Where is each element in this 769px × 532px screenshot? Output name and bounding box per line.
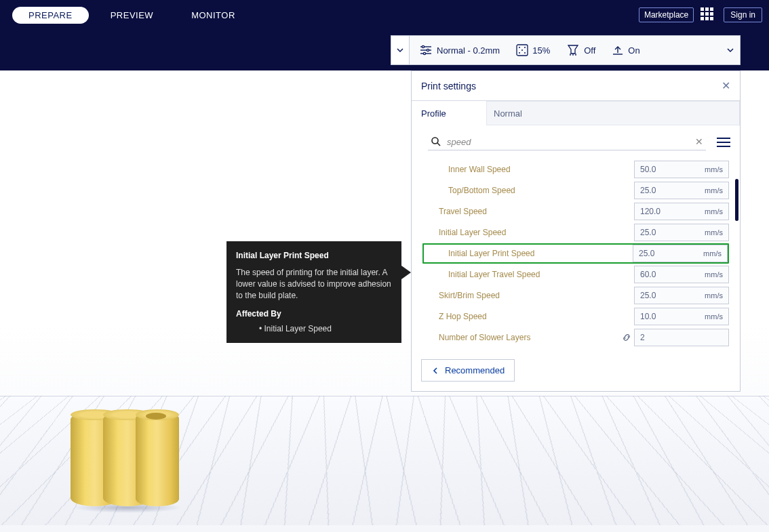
tooltip-title: Initial Layer Print Speed [236,251,392,260]
search-input[interactable] [441,137,695,147]
support-icon [566,44,580,56]
support-label: Off [584,45,595,56]
setting-value-input[interactable]: 10.0mm/s [634,308,729,325]
top-bar: PREPARE PREVIEW MONITOR Marketplace Sign… [0,0,769,30]
setting-row[interactable]: Top/Bottom Speed25.0mm/s [422,180,729,201]
setting-row[interactable]: Travel Speed120.0mm/s [422,201,729,222]
setting-unit: mm/s [705,228,723,237]
search-icon [431,136,441,147]
sliders-icon [419,45,433,56]
setting-label: Initial Layer Travel Speed [422,270,634,279]
recommended-button[interactable]: Recommended [421,359,515,382]
svg-point-10 [519,52,520,54]
clear-search-button[interactable]: ✕ [695,136,703,147]
setting-value: 60.0 [640,270,705,279]
chevron-down-icon [726,46,734,54]
setting-unit: mm/s [703,249,722,258]
setting-value: 25.0 [640,291,705,300]
strip-collapse-button[interactable] [391,35,409,65]
support-selector[interactable]: Off [566,44,595,56]
setting-row[interactable]: Z Hop Speed10.0mm/s [422,306,729,327]
marketplace-button[interactable]: Marketplace [639,7,694,22]
scrollbar-thumb[interactable] [735,179,738,221]
setting-value-input[interactable]: 60.0mm/s [634,266,729,283]
panel-close-button[interactable]: ✕ [722,79,730,92]
setting-value-input[interactable]: 25.0mm/s [634,224,729,241]
setting-row[interactable]: Number of Slower Layers2 [422,327,729,348]
search-row: ✕ [412,125,740,155]
setting-value: 25.0 [640,186,705,195]
setting-label: Z Hop Speed [422,312,634,321]
profile-dropdown[interactable]: Normal [486,101,740,125]
profile-field-label: Profile [412,108,486,119]
tab-prepare[interactable]: PREPARE [12,7,89,24]
setting-value: 25.0 [639,249,703,258]
setting-unit: mm/s [705,207,723,216]
settings-menu-button[interactable] [717,135,730,150]
build-plate [0,396,769,525]
setting-row[interactable]: Initial Layer Speed25.0mm/s [422,222,729,243]
tooltip-bullet: • Initial Layer Speed [236,324,392,333]
tooltip-arrow [401,266,411,279]
strip-expand-button[interactable] [726,46,734,54]
profile-selector[interactable]: Normal - 0.2mm [419,45,500,56]
svg-point-7 [519,47,520,48]
setting-label: Inner Wall Speed [422,165,634,174]
panel-title: Print settings [421,81,476,91]
search-box: ✕ [428,134,706,150]
recommended-label: Recommended [445,365,505,375]
setting-unit: mm/s [705,165,723,173]
setting-row[interactable]: Initial Layer Travel Speed60.0mm/s [422,264,729,285]
tooltip-affected-label: Affected By [236,309,392,319]
svg-point-8 [524,47,526,48]
setting-label: Number of Slower Layers [422,333,622,342]
adhesion-label: On [628,45,639,56]
setting-label: Travel Speed [422,207,634,216]
model-object[interactable] [71,405,179,512]
setting-value-input[interactable]: 25.0mm/s [634,287,729,304]
setting-value: 2 [640,333,723,342]
print-settings-strip: Normal - 0.2mm 15% Off On [409,35,741,65]
adhesion-selector[interactable]: On [612,44,639,56]
svg-point-9 [521,49,523,51]
panel-header: Print settings ✕ [412,71,740,101]
setting-unit: mm/s [705,312,723,321]
setting-label: Initial Layer Speed [422,228,634,237]
svg-point-3 [422,45,424,47]
infill-selector[interactable]: 15% [516,44,550,56]
apps-grid-icon[interactable] [701,7,715,22]
setting-value-input[interactable]: 120.0mm/s [634,203,729,220]
adhesion-icon [612,44,624,56]
signin-button[interactable]: Sign in [724,7,762,22]
setting-unit: mm/s [705,291,723,300]
link-icon[interactable] [622,333,631,342]
chevron-down-icon [396,46,404,54]
setting-row[interactable]: Initial Layer Print Speed25.0mm/s [422,243,729,264]
chevron-left-icon [431,367,439,375]
setting-unit: mm/s [705,270,723,279]
svg-point-5 [423,52,425,54]
setting-tooltip: Initial Layer Print Speed The speed of p… [226,241,401,343]
setting-value-input[interactable]: 25.0mm/s [633,245,728,262]
print-settings-panel: Print settings ✕ Profile Normal ✕ Inner … [411,70,741,392]
setting-value-input[interactable]: 50.0mm/s [634,161,729,178]
profile-row: Profile Normal [412,101,740,125]
setting-value: 120.0 [640,207,705,216]
svg-point-11 [524,52,526,54]
infill-label: 15% [532,45,550,56]
setting-row[interactable]: Skirt/Brim Speed25.0mm/s [422,285,729,306]
svg-point-16 [432,138,438,144]
infill-icon [516,44,528,56]
svg-point-4 [427,49,429,51]
tab-preview[interactable]: PREVIEW [94,7,170,24]
setting-value-input[interactable]: 25.0mm/s [634,182,729,199]
setting-label: Skirt/Brim Speed [422,291,634,300]
settings-list: Inner Wall Speed50.0mm/sTop/Bottom Speed… [412,155,740,355]
setting-value-input[interactable]: 2 [634,329,729,346]
setting-value: 50.0 [640,165,705,174]
tab-monitor[interactable]: MONITOR [175,7,252,24]
svg-line-17 [437,143,440,146]
setting-value: 10.0 [640,312,705,321]
setting-row[interactable]: Inner Wall Speed50.0mm/s [422,159,729,180]
setting-label: Top/Bottom Speed [422,186,634,195]
